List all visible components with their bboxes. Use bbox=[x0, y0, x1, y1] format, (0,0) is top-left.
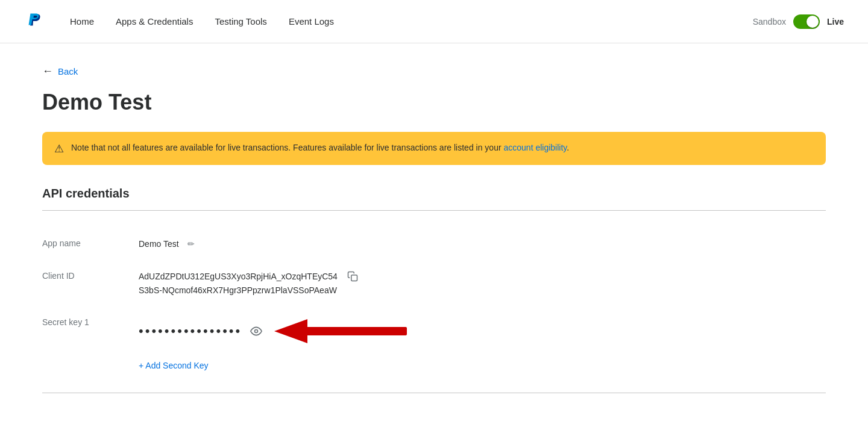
copy-client-id-button[interactable] bbox=[345, 270, 360, 283]
live-label: Live bbox=[827, 17, 844, 26]
toggle-secret-key-button[interactable] bbox=[248, 324, 265, 338]
svg-marker-3 bbox=[274, 319, 307, 343]
app-name-text: Demo Test bbox=[139, 237, 179, 250]
client-id-line2: S3bS-NQcmof46xRX7Hgr3PPpzrw1PlaVSSoPAeaW bbox=[139, 284, 338, 297]
alert-text: Note that not all features are available… bbox=[71, 142, 569, 154]
toggle-switch[interactable] bbox=[793, 14, 820, 29]
back-link[interactable]: ← Back bbox=[42, 65, 826, 78]
main-nav: Home Apps & Credentials Testing Tools Ev… bbox=[70, 16, 753, 26]
app-name-label: App name bbox=[42, 237, 139, 248]
back-arrow-icon: ← bbox=[42, 65, 53, 78]
nav-apps-credentials[interactable]: Apps & Credentials bbox=[116, 16, 193, 26]
alert-banner: ⚠ Note that not all features are availab… bbox=[42, 132, 826, 165]
svg-rect-0 bbox=[351, 275, 357, 281]
red-arrow-annotation bbox=[274, 316, 419, 346]
bottom-divider bbox=[42, 393, 826, 393]
header: Home Apps & Credentials Testing Tools Ev… bbox=[0, 0, 868, 43]
sandbox-label: Sandbox bbox=[753, 17, 786, 26]
page-title: Demo Test bbox=[42, 90, 826, 115]
secret-key-value-cell: •••••••••••••••• bbox=[139, 316, 826, 346]
nav-event-logs[interactable]: Event Logs bbox=[289, 16, 334, 26]
warning-icon: ⚠ bbox=[54, 142, 64, 155]
back-link-label: Back bbox=[58, 66, 78, 76]
api-credentials-title: API credentials bbox=[42, 187, 826, 201]
app-name-row: App name Demo Test ✏ bbox=[42, 228, 826, 260]
secret-key-with-arrow: •••••••••••••••• bbox=[139, 316, 419, 346]
secret-key-dots: •••••••••••••••• bbox=[139, 325, 242, 338]
app-name-wrap: Demo Test ✏ bbox=[139, 237, 197, 250]
app-name-value-cell: Demo Test ✏ bbox=[139, 237, 826, 250]
nav-home[interactable]: Home bbox=[70, 16, 94, 26]
alert-text-before: Note that not all features are available… bbox=[71, 143, 503, 152]
svg-rect-2 bbox=[304, 327, 407, 335]
add-second-key-link[interactable]: + Add Second Key bbox=[139, 361, 209, 370]
secret-key-row: Secret key 1 •••••••••••••••• bbox=[42, 306, 826, 356]
alert-text-after: . bbox=[567, 143, 569, 152]
client-id-label: Client ID bbox=[42, 270, 139, 281]
credentials-table: App name Demo Test ✏ Client ID AdUZdZPDt… bbox=[42, 228, 826, 356]
client-id-line1: AdUZdZPDtU312EgUS3Xyo3RpjHiA_xOzqHTEyC54 bbox=[139, 270, 338, 283]
header-right: Sandbox Live bbox=[753, 14, 844, 29]
account-eligibility-link[interactable]: account eligibility bbox=[503, 143, 567, 152]
client-id-row: Client ID AdUZdZPDtU312EgUS3Xyo3RpjHiA_x… bbox=[42, 260, 826, 306]
svg-point-1 bbox=[255, 330, 258, 333]
client-id-value-cell: AdUZdZPDtU312EgUS3Xyo3RpjHiA_xOzqHTEyC54… bbox=[139, 270, 826, 297]
sandbox-live-toggle[interactable] bbox=[793, 14, 820, 29]
toggle-knob bbox=[807, 16, 819, 28]
client-id-text-block: AdUZdZPDtU312EgUS3Xyo3RpjHiA_xOzqHTEyC54… bbox=[139, 270, 338, 297]
secret-key-label: Secret key 1 bbox=[42, 316, 139, 327]
section-divider bbox=[42, 210, 826, 211]
nav-testing-tools[interactable]: Testing Tools bbox=[215, 16, 266, 26]
main-content: ← Back Demo Test ⚠ Note that not all fea… bbox=[18, 43, 850, 415]
edit-app-name-button[interactable]: ✏ bbox=[185, 238, 197, 250]
paypal-logo bbox=[24, 10, 46, 34]
